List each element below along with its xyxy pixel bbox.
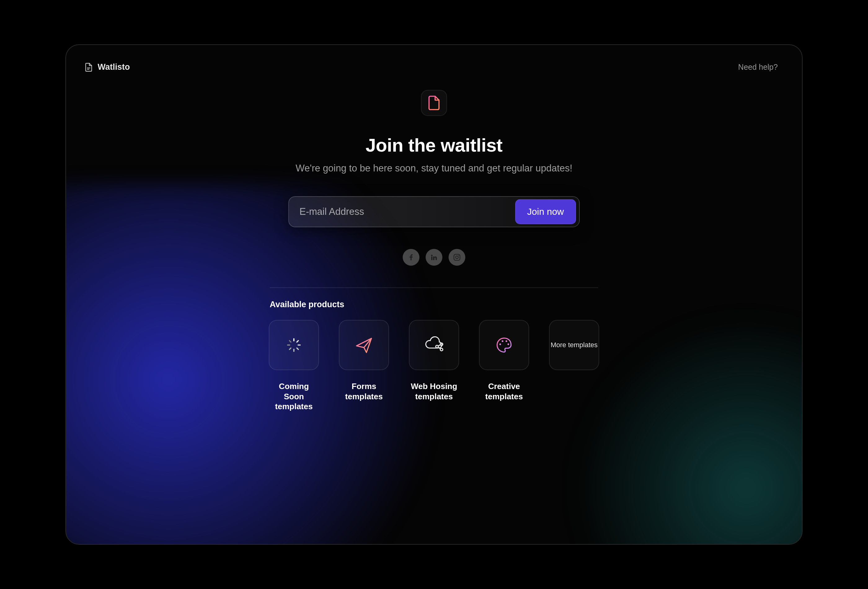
svg-line-14	[289, 341, 291, 342]
app-window: Watlisto Need help?	[65, 44, 803, 545]
svg-point-5	[456, 256, 459, 259]
svg-point-24	[508, 344, 509, 345]
product-card-creative[interactable]: Creative templates	[479, 320, 530, 412]
svg-point-23	[506, 340, 508, 342]
topbar: Watlisto Need help?	[66, 45, 802, 72]
social-links	[403, 249, 465, 266]
brand[interactable]: Watlisto	[85, 62, 130, 72]
svg-point-22	[502, 340, 503, 342]
card-caption: Forms templates	[338, 381, 389, 402]
email-input[interactable]	[300, 206, 515, 217]
product-card-web-hosting[interactable]: Web Hosing templates	[409, 320, 459, 412]
card-caption: Coming Soon templates	[269, 381, 319, 412]
svg-line-8	[297, 341, 298, 342]
email-form: Join now	[288, 196, 580, 227]
linkedin-icon	[430, 254, 438, 261]
spinner-icon	[285, 337, 302, 353]
linkedin-link[interactable]	[426, 249, 442, 266]
cloud-share-icon	[424, 337, 444, 354]
card-caption: Web Hosing templates	[409, 381, 459, 402]
paper-plane-icon	[354, 335, 374, 355]
facebook-icon	[407, 253, 415, 261]
svg-point-21	[499, 344, 501, 345]
brand-name: Watlisto	[97, 62, 130, 72]
instagram-link[interactable]	[449, 249, 465, 266]
page-subtitle: We're going to be here soon, stay tuned …	[296, 163, 573, 174]
product-card-coming-soon[interactable]: Coming Soon templates	[269, 320, 319, 412]
instagram-icon	[453, 253, 461, 261]
help-link[interactable]: Need help?	[738, 63, 778, 72]
hero-icon-tile	[421, 90, 447, 116]
svg-line-12	[289, 348, 291, 350]
join-button[interactable]: Join now	[515, 199, 576, 224]
product-card-forms[interactable]: Forms templates	[338, 320, 389, 412]
facebook-link[interactable]	[403, 249, 419, 266]
svg-line-19	[438, 345, 440, 346]
svg-point-6	[459, 255, 459, 256]
palette-icon	[495, 336, 513, 354]
products-heading: Available products	[270, 300, 598, 309]
product-card-more[interactable]: More templates	[549, 320, 599, 412]
product-cards: Coming Soon templates Forms templates	[269, 320, 599, 412]
svg-line-10	[297, 348, 298, 350]
divider	[270, 287, 598, 288]
document-icon	[85, 63, 93, 72]
more-templates-label: More templates	[551, 341, 598, 349]
main: Join the waitlist We're going to be here…	[66, 72, 802, 544]
page-title: Join the waitlist	[366, 134, 502, 156]
document-icon	[427, 95, 441, 111]
card-caption: Creative templates	[479, 381, 530, 402]
